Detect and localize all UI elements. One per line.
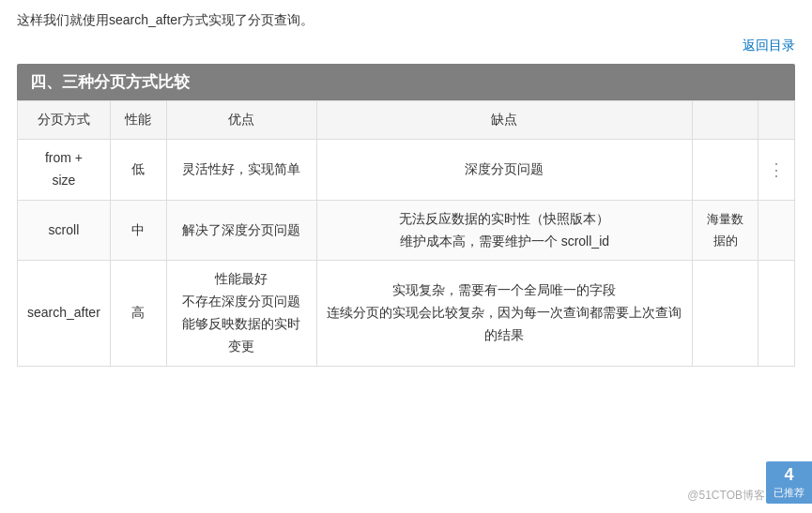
table-header-row: 分页方式 性能 优点 缺点 xyxy=(18,101,795,140)
cell-pros: 性能最好 不存在深度分页问题 能够反映数据的实时 变更 xyxy=(166,261,316,366)
intro-text: 这样我们就使用search_after方式实现了分页查询。 xyxy=(17,9,795,30)
cell-pros: 灵活性好，实现简单 xyxy=(166,140,316,201)
back-link-container: 返回目录 xyxy=(17,38,795,54)
th-cons: 缺点 xyxy=(316,101,692,140)
table-row: scroll中解决了深度分页问题无法反应数据的实时性（快照版本） 维护成本高，需… xyxy=(18,200,795,261)
cell-dots xyxy=(758,261,795,366)
cell-cons: 实现复杂，需要有一个全局唯一的字段 连续分页的实现会比较复杂，因为每一次查询都需… xyxy=(316,261,692,366)
th-perf: 性能 xyxy=(110,101,166,140)
cell-dots: ⋮ xyxy=(758,140,795,201)
cell-dots xyxy=(758,200,795,261)
cell-method: scroll xyxy=(18,200,111,261)
cell-extra xyxy=(693,140,758,201)
back-link[interactable]: 返回目录 xyxy=(743,38,795,53)
cell-perf: 低 xyxy=(110,140,166,201)
th-pros: 优点 xyxy=(166,101,316,140)
cell-perf: 高 xyxy=(110,261,166,366)
cell-method: from + size xyxy=(18,140,111,201)
cell-pros: 解决了深度分页问题 xyxy=(166,200,316,261)
th-extra xyxy=(693,101,758,140)
comparison-table: 分页方式 性能 优点 缺点 from + size低灵活性好，实现简单深度分页问… xyxy=(17,100,795,366)
cell-cons: 无法反应数据的实时性（快照版本） 维护成本高，需要维护一个 scroll_id xyxy=(316,200,692,261)
cell-extra xyxy=(693,261,758,366)
cell-method: search_after xyxy=(18,261,111,366)
page-wrapper: 这样我们就使用search_after方式实现了分页查询。 返回目录 四、三种分… xyxy=(0,0,812,376)
table-row: search_after高性能最好 不存在深度分页问题 能够反映数据的实时 变更… xyxy=(18,261,795,366)
badge-number: 4 xyxy=(784,465,793,486)
cell-perf: 中 xyxy=(110,200,166,261)
section-header: 四、三种分页方式比较 xyxy=(17,64,795,100)
watermark: @51CTOB博客 xyxy=(687,488,765,504)
th-method: 分页方式 xyxy=(18,101,111,140)
badge-label: 已推荐 xyxy=(774,486,804,500)
th-dots xyxy=(758,101,795,140)
cell-extra: 海量数据的 xyxy=(693,200,758,261)
table-row: from + size低灵活性好，实现简单深度分页问题⋮ xyxy=(18,140,795,201)
corner-badge: 4 已推荐 xyxy=(766,461,812,504)
cell-cons: 深度分页问题 xyxy=(316,140,692,201)
